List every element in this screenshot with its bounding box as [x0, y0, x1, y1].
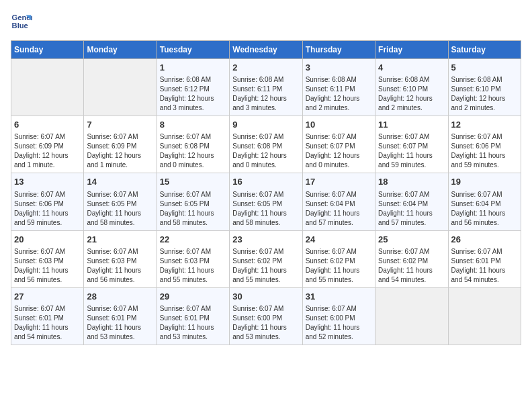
day-number: 31 — [306, 291, 372, 303]
day-number: 28 — [87, 291, 153, 303]
day-info: Sunrise: 6:07 AM Sunset: 6:03 PM Dayligh… — [87, 247, 153, 285]
calendar-cell: 12Sunrise: 6:07 AM Sunset: 6:06 PM Dayli… — [448, 116, 521, 173]
day-info: Sunrise: 6:07 AM Sunset: 6:02 PM Dayligh… — [232, 247, 299, 285]
day-number: 13 — [14, 176, 81, 188]
logo: General Blue — [11, 11, 35, 32]
day-number: 11 — [378, 119, 445, 131]
calendar-cell: 31Sunrise: 6:07 AM Sunset: 6:00 PM Dayli… — [302, 287, 375, 345]
day-number: 24 — [306, 234, 372, 246]
calendar-cell: 13Sunrise: 6:07 AM Sunset: 6:06 PM Dayli… — [11, 173, 84, 230]
day-info: Sunrise: 6:07 AM Sunset: 6:02 PM Dayligh… — [306, 247, 372, 285]
calendar-cell: 28Sunrise: 6:07 AM Sunset: 6:01 PM Dayli… — [84, 287, 157, 345]
calendar-cell: 22Sunrise: 6:07 AM Sunset: 6:03 PM Dayli… — [157, 230, 229, 287]
calendar-week-row: 13Sunrise: 6:07 AM Sunset: 6:06 PM Dayli… — [11, 173, 521, 230]
day-number: 23 — [232, 234, 299, 246]
day-info: Sunrise: 6:07 AM Sunset: 6:06 PM Dayligh… — [451, 132, 518, 170]
day-info: Sunrise: 6:07 AM Sunset: 6:01 PM Dayligh… — [14, 304, 81, 342]
day-info: Sunrise: 6:08 AM Sunset: 6:12 PM Dayligh… — [160, 75, 226, 113]
calendar-week-row: 6Sunrise: 6:07 AM Sunset: 6:09 PM Daylig… — [11, 116, 521, 173]
logo-icon: General Blue — [11, 11, 32, 32]
calendar-cell — [448, 287, 521, 345]
day-info: Sunrise: 6:07 AM Sunset: 6:04 PM Dayligh… — [306, 190, 372, 228]
day-number: 9 — [232, 119, 299, 131]
day-number: 2 — [232, 62, 299, 74]
svg-text:Blue: Blue — [12, 21, 28, 30]
day-info: Sunrise: 6:07 AM Sunset: 6:08 PM Dayligh… — [160, 132, 226, 170]
day-info: Sunrise: 6:07 AM Sunset: 6:05 PM Dayligh… — [87, 190, 153, 228]
calendar-cell: 1Sunrise: 6:08 AM Sunset: 6:12 PM Daylig… — [157, 59, 229, 116]
day-number: 1 — [160, 62, 226, 74]
day-number: 14 — [87, 176, 153, 188]
day-info: Sunrise: 6:07 AM Sunset: 6:00 PM Dayligh… — [232, 304, 299, 342]
day-info: Sunrise: 6:07 AM Sunset: 6:00 PM Dayligh… — [306, 304, 372, 342]
day-info: Sunrise: 6:07 AM Sunset: 6:06 PM Dayligh… — [14, 190, 81, 228]
day-number: 25 — [378, 234, 445, 246]
calendar-cell: 5Sunrise: 6:08 AM Sunset: 6:10 PM Daylig… — [448, 59, 521, 116]
day-header-tuesday: Tuesday — [157, 41, 229, 59]
calendar-cell: 29Sunrise: 6:07 AM Sunset: 6:01 PM Dayli… — [157, 287, 229, 345]
day-number: 21 — [87, 234, 153, 246]
day-info: Sunrise: 6:07 AM Sunset: 6:01 PM Dayligh… — [451, 247, 518, 285]
calendar-cell: 18Sunrise: 6:07 AM Sunset: 6:04 PM Dayli… — [375, 173, 448, 230]
calendar-cell: 9Sunrise: 6:07 AM Sunset: 6:08 PM Daylig… — [230, 116, 302, 173]
day-info: Sunrise: 6:08 AM Sunset: 6:10 PM Dayligh… — [378, 75, 445, 113]
day-header-monday: Monday — [84, 41, 157, 59]
calendar-cell: 4Sunrise: 6:08 AM Sunset: 6:10 PM Daylig… — [375, 59, 448, 116]
calendar-cell: 16Sunrise: 6:07 AM Sunset: 6:05 PM Dayli… — [230, 173, 302, 230]
calendar-cell: 6Sunrise: 6:07 AM Sunset: 6:09 PM Daylig… — [11, 116, 84, 173]
calendar-cell: 15Sunrise: 6:07 AM Sunset: 6:05 PM Dayli… — [157, 173, 229, 230]
day-number: 5 — [451, 62, 518, 74]
page-header: General Blue — [11, 11, 521, 32]
day-info: Sunrise: 6:08 AM Sunset: 6:11 PM Dayligh… — [232, 75, 299, 113]
day-number: 18 — [378, 176, 445, 188]
calendar-header-row: SundayMondayTuesdayWednesdayThursdayFrid… — [11, 41, 521, 59]
calendar-cell: 24Sunrise: 6:07 AM Sunset: 6:02 PM Dayli… — [302, 230, 375, 287]
calendar-cell: 26Sunrise: 6:07 AM Sunset: 6:01 PM Dayli… — [448, 230, 521, 287]
day-number: 12 — [451, 119, 518, 131]
day-number: 10 — [306, 119, 372, 131]
day-number: 6 — [14, 119, 81, 131]
day-header-sunday: Sunday — [11, 41, 84, 59]
calendar-cell — [375, 287, 448, 345]
day-info: Sunrise: 6:07 AM Sunset: 6:04 PM Dayligh… — [378, 190, 445, 228]
day-number: 29 — [160, 291, 226, 303]
day-number: 3 — [306, 62, 372, 74]
day-header-thursday: Thursday — [302, 41, 375, 59]
calendar-cell: 14Sunrise: 6:07 AM Sunset: 6:05 PM Dayli… — [84, 173, 157, 230]
calendar-cell: 23Sunrise: 6:07 AM Sunset: 6:02 PM Dayli… — [230, 230, 302, 287]
calendar-week-row: 27Sunrise: 6:07 AM Sunset: 6:01 PM Dayli… — [11, 287, 521, 345]
day-info: Sunrise: 6:07 AM Sunset: 6:03 PM Dayligh… — [14, 247, 81, 285]
day-info: Sunrise: 6:07 AM Sunset: 6:07 PM Dayligh… — [378, 132, 445, 170]
calendar-cell: 20Sunrise: 6:07 AM Sunset: 6:03 PM Dayli… — [11, 230, 84, 287]
day-number: 4 — [378, 62, 445, 74]
calendar-cell: 7Sunrise: 6:07 AM Sunset: 6:09 PM Daylig… — [84, 116, 157, 173]
day-number: 7 — [87, 119, 153, 131]
day-header-wednesday: Wednesday — [230, 41, 302, 59]
calendar-cell: 19Sunrise: 6:07 AM Sunset: 6:04 PM Dayli… — [448, 173, 521, 230]
day-number: 19 — [451, 176, 518, 188]
day-info: Sunrise: 6:07 AM Sunset: 6:07 PM Dayligh… — [306, 132, 372, 170]
day-number: 17 — [306, 176, 372, 188]
day-info: Sunrise: 6:07 AM Sunset: 6:02 PM Dayligh… — [378, 247, 445, 285]
calendar-cell: 21Sunrise: 6:07 AM Sunset: 6:03 PM Dayli… — [84, 230, 157, 287]
calendar-cell: 10Sunrise: 6:07 AM Sunset: 6:07 PM Dayli… — [302, 116, 375, 173]
day-info: Sunrise: 6:07 AM Sunset: 6:03 PM Dayligh… — [160, 247, 226, 285]
calendar-cell: 25Sunrise: 6:07 AM Sunset: 6:02 PM Dayli… — [375, 230, 448, 287]
day-info: Sunrise: 6:07 AM Sunset: 6:05 PM Dayligh… — [160, 190, 226, 228]
calendar-table: SundayMondayTuesdayWednesdayThursdayFrid… — [11, 40, 521, 345]
day-number: 15 — [160, 176, 226, 188]
calendar-cell: 27Sunrise: 6:07 AM Sunset: 6:01 PM Dayli… — [11, 287, 84, 345]
calendar-week-row: 1Sunrise: 6:08 AM Sunset: 6:12 PM Daylig… — [11, 59, 521, 116]
calendar-cell: 3Sunrise: 6:08 AM Sunset: 6:11 PM Daylig… — [302, 59, 375, 116]
day-number: 16 — [232, 176, 299, 188]
day-number: 22 — [160, 234, 226, 246]
day-info: Sunrise: 6:07 AM Sunset: 6:09 PM Dayligh… — [87, 132, 153, 170]
day-number: 26 — [451, 234, 518, 246]
calendar-week-row: 20Sunrise: 6:07 AM Sunset: 6:03 PM Dayli… — [11, 230, 521, 287]
day-info: Sunrise: 6:07 AM Sunset: 6:01 PM Dayligh… — [87, 304, 153, 342]
day-number: 20 — [14, 234, 81, 246]
calendar-cell: 17Sunrise: 6:07 AM Sunset: 6:04 PM Dayli… — [302, 173, 375, 230]
day-info: Sunrise: 6:07 AM Sunset: 6:04 PM Dayligh… — [451, 190, 518, 228]
day-number: 8 — [160, 119, 226, 131]
calendar-cell: 30Sunrise: 6:07 AM Sunset: 6:00 PM Dayli… — [230, 287, 302, 345]
